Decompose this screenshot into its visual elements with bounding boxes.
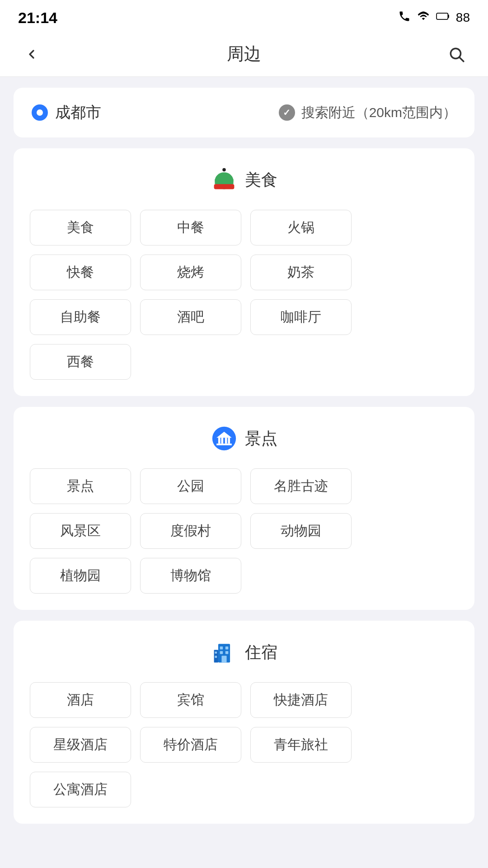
tag-huoguo[interactable]: 火锅 <box>250 210 352 245</box>
svg-rect-22 <box>215 651 217 654</box>
svg-rect-12 <box>225 438 227 443</box>
svg-rect-6 <box>215 179 233 184</box>
tag-zizhukan[interactable]: 自助餐 <box>30 299 131 335</box>
tag-kafei[interactable]: 咖啡厅 <box>250 299 352 335</box>
svg-rect-20 <box>225 651 229 654</box>
page-title: 周边 <box>227 42 261 66</box>
tag-binguan[interactable]: 宾馆 <box>140 682 241 718</box>
tag-zhiwuyuan[interactable]: 植物园 <box>30 558 131 594</box>
food-category-icon <box>211 166 238 193</box>
location-city: 成都市 <box>55 102 101 123</box>
scenic-category-icon <box>211 425 238 452</box>
scenic-tag-grid: 景点 公园 名胜古迹 风景区 度假村 动物园 植物园 博物馆 <box>30 468 458 594</box>
tag-zhongcan[interactable]: 中餐 <box>140 210 241 245</box>
food-category-card: 美食 美食 中餐 火锅 快餐 烧烤 奶茶 自助餐 酒吧 咖啡厅 西餐 <box>14 148 474 396</box>
tag-mingsheng[interactable]: 名胜古迹 <box>250 468 352 504</box>
scenic-category-title: 景点 <box>245 428 277 450</box>
tag-kuaijie[interactable]: 快捷酒店 <box>250 682 352 718</box>
location-right: 搜索附近（20km范围内） <box>279 104 456 122</box>
hotel-category-icon <box>211 639 238 666</box>
location-range-text: 搜索附近（20km范围内） <box>301 104 456 122</box>
svg-rect-14 <box>216 443 232 445</box>
tag-shaokao[interactable]: 烧烤 <box>140 255 241 290</box>
tag-jingdian[interactable]: 景点 <box>30 468 131 504</box>
food-category-header: 美食 <box>30 166 458 193</box>
tag-dongwuyuan[interactable]: 动物园 <box>250 513 352 549</box>
status-icons: 88 <box>398 10 470 26</box>
battery-icon <box>436 10 450 26</box>
nav-bar: 周边 <box>0 32 488 77</box>
hotel-category-header: 住宿 <box>30 639 458 666</box>
status-bar: 21:14 88 <box>0 0 488 32</box>
tag-xican[interactable]: 西餐 <box>30 344 131 380</box>
back-button[interactable] <box>18 41 45 68</box>
svg-point-4 <box>222 168 225 171</box>
tag-xingji[interactable]: 星级酒店 <box>30 727 131 763</box>
svg-rect-17 <box>220 646 223 650</box>
tag-gongyu[interactable]: 公寓酒店 <box>30 772 131 807</box>
search-button[interactable] <box>443 41 470 68</box>
svg-rect-16 <box>221 656 226 662</box>
scenic-category-card: 景点 景点 公园 名胜古迹 风景区 度假村 动物园 植物园 博物馆 <box>14 407 474 610</box>
hotel-category-title: 住宿 <box>245 642 277 664</box>
check-circle-icon <box>279 104 295 121</box>
status-time: 21:14 <box>18 9 57 27</box>
svg-line-3 <box>460 57 464 61</box>
tag-meishi[interactable]: 美食 <box>30 210 131 245</box>
svg-rect-19 <box>220 651 223 654</box>
svg-rect-10 <box>218 438 221 443</box>
location-bar[interactable]: 成都市 搜索附近（20km范围内） <box>14 88 474 137</box>
food-category-title: 美食 <box>245 169 277 191</box>
food-tag-grid: 美食 中餐 火锅 快餐 烧烤 奶茶 自助餐 酒吧 咖啡厅 西餐 <box>30 210 458 380</box>
hotel-category-card: 住宿 酒店 宾馆 快捷酒店 星级酒店 特价酒店 青年旅社 公寓酒店 <box>14 621 474 824</box>
battery-level: 88 <box>456 10 470 25</box>
tag-kuaican[interactable]: 快餐 <box>30 255 131 290</box>
tag-fengjingqu[interactable]: 风景区 <box>30 513 131 549</box>
tag-tejia[interactable]: 特价酒店 <box>140 727 241 763</box>
tag-jiudian[interactable]: 酒店 <box>30 682 131 718</box>
svg-rect-18 <box>225 646 229 650</box>
tag-jiuba[interactable]: 酒吧 <box>140 299 241 335</box>
tag-gongyuan[interactable]: 公园 <box>140 468 241 504</box>
hotel-tag-grid: 酒店 宾馆 快捷酒店 星级酒店 特价酒店 青年旅社 公寓酒店 <box>30 682 458 807</box>
location-dot-icon <box>32 104 48 121</box>
tag-bowuguan[interactable]: 博物馆 <box>140 558 241 594</box>
tag-nacha[interactable]: 奶茶 <box>250 255 352 290</box>
svg-rect-13 <box>228 438 230 443</box>
wifi-icon <box>416 10 431 26</box>
scenic-category-header: 景点 <box>30 425 458 452</box>
svg-rect-7 <box>214 184 235 189</box>
svg-rect-0 <box>436 13 448 19</box>
svg-rect-11 <box>221 438 223 443</box>
svg-rect-23 <box>215 656 217 658</box>
location-left: 成都市 <box>32 102 101 123</box>
tag-qingnian[interactable]: 青年旅社 <box>250 727 352 763</box>
phone-icon <box>398 10 411 26</box>
svg-point-8 <box>212 427 236 450</box>
tag-dujiacun[interactable]: 度假村 <box>140 513 241 549</box>
